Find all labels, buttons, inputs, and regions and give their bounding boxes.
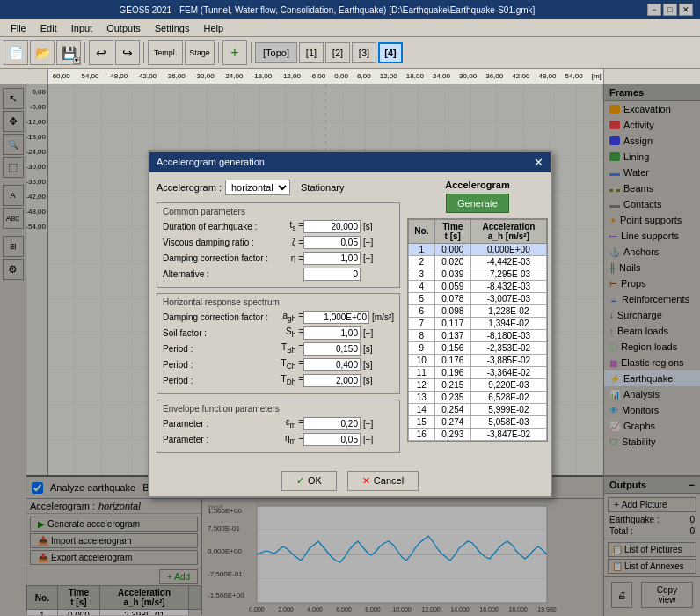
new-button[interactable]: 📄 <box>4 40 28 65</box>
horiz-spectrum-title: Horizontal response spectrum <box>163 297 394 307</box>
menu-file[interactable]: File <box>4 21 33 35</box>
stationary-label: Stationary <box>301 182 345 193</box>
dialog-table-row[interactable]: 150,2745,058E-03 <box>409 415 547 428</box>
period1-label: Period : <box>163 344 277 354</box>
dialog-table-row[interactable]: 100,176-3,885E-02 <box>409 354 547 366</box>
dialog-title-bar: Accelerogram generation ✕ <box>149 152 551 172</box>
dialog-accel-table: No. Time t [s] Acceleration a_h [m/s²] <box>408 219 547 441</box>
dialog-table-row[interactable]: 90,156-2,353E-02 <box>409 341 547 354</box>
dialog-title-text: Accelerogram generation <box>157 157 265 167</box>
correction-sym: η = <box>277 253 303 263</box>
param1-sym: εm = <box>277 417 303 429</box>
topo-label: [Topo] <box>255 42 297 63</box>
stage-4-button[interactable]: [4] <box>378 42 403 63</box>
damping-unit: [−] <box>363 238 373 247</box>
alternative-label: Alternative : <box>163 269 277 279</box>
menu-edit[interactable]: Edit <box>33 21 64 35</box>
maximize-button[interactable]: □ <box>663 4 677 16</box>
dialog-table-row[interactable]: 80,137-8,180E-03 <box>409 329 547 341</box>
param2-label: Parameter : <box>163 435 277 444</box>
damping-input[interactable] <box>303 236 361 249</box>
dialog-table-row[interactable]: 40,059-8,432E-03 <box>409 280 547 292</box>
menu-help[interactable]: Help <box>196 21 230 35</box>
period3-label: Period : <box>163 376 277 385</box>
dialog-table-row[interactable]: 10,0000,000E+00 <box>409 243 547 255</box>
open-button[interactable]: 📂 <box>30 40 55 65</box>
menu-input[interactable]: Input <box>64 21 99 35</box>
cancel-button[interactable]: ✕ Cancel <box>347 471 419 491</box>
dialog-table-row[interactable]: 50,078-3,007E-03 <box>409 292 547 304</box>
period1-sym: TBh = <box>277 342 303 355</box>
soil-input[interactable] <box>303 326 361 340</box>
duration-unit: [s] <box>363 222 373 231</box>
main-area: ↖ ✥ 🔍 ⬚ A ABC ⊞ ⚙ 0,00 -6,00 -12,00 -18,… <box>0 84 700 616</box>
dialog-table-row[interactable]: 120,2159,220E-03 <box>409 378 547 391</box>
period1-unit: [s] <box>363 344 373 354</box>
duration-sym: ts = <box>277 220 303 232</box>
close-button[interactable]: ✕ <box>679 4 693 16</box>
col-accel-header: Acceleration a_h [m/s²] <box>470 219 546 243</box>
accelerogram-dialog: Accelerogram generation ✕ Accelerogram :… <box>148 150 552 498</box>
toolbar: 📄 📂 💾 ▼ ↩ ↪ Templ. Stage + [Topo] [1] [2… <box>0 37 700 69</box>
duration-label: Duration of earthquake : <box>163 222 277 231</box>
undo-button[interactable]: ↩ <box>89 40 113 65</box>
param1-unit: [−] <box>363 419 373 429</box>
soil-unit: [−] <box>363 328 373 338</box>
damp-cf-label: Damping correction factor : <box>163 312 277 322</box>
correction-label: Damping correction factor : <box>163 253 277 263</box>
dialog-accel-select[interactable]: horizontal vertical <box>225 180 290 195</box>
soil-label: Soil factor : <box>163 328 277 338</box>
add-button[interactable]: + <box>222 40 247 65</box>
generate-button[interactable]: Generate <box>446 194 509 213</box>
dialog-table-row[interactable]: 110,196-3,364E-02 <box>409 366 547 378</box>
dialog-close-button[interactable]: ✕ <box>534 156 543 169</box>
period3-input[interactable] <box>303 374 361 387</box>
dialog-table-row[interactable]: 60,0981,228E-02 <box>409 304 547 317</box>
menu-outputs[interactable]: Outputs <box>99 21 148 35</box>
template-button[interactable]: Templ. <box>148 40 183 65</box>
period1-input[interactable] <box>303 342 361 356</box>
period2-sym: TCh = <box>277 358 303 370</box>
dialog-table-row[interactable]: 140,2545,999E-02 <box>409 403 547 415</box>
stage-2-button[interactable]: [2] <box>325 42 350 63</box>
envelope-title: Envelope function parameters <box>163 404 394 414</box>
period3-sym: TDh = <box>277 374 303 386</box>
param1-input[interactable] <box>303 417 361 430</box>
alternative-input[interactable] <box>303 268 361 281</box>
dialog-table-row[interactable]: 20,020-4,442E-03 <box>409 255 547 268</box>
param2-unit: [−] <box>363 435 373 444</box>
period3-unit: [s] <box>363 376 373 385</box>
correction-unit: [−] <box>363 253 373 263</box>
app-title: GEOS5 2021 - FEM (Tunnel, Water flow, Co… <box>7 5 647 15</box>
title-bar: GEOS5 2021 - FEM (Tunnel, Water flow, Co… <box>0 0 700 19</box>
correction-input[interactable] <box>303 252 361 265</box>
param2-sym: ηm = <box>277 433 303 445</box>
dialog-table-row[interactable]: 130,2356,528E-02 <box>409 391 547 403</box>
save-button[interactable]: 💾 ▼ <box>56 40 81 65</box>
dialog-table-title: Accelerogram <box>407 180 548 190</box>
period2-input[interactable] <box>303 358 361 371</box>
period2-unit: [s] <box>363 360 373 370</box>
minimize-button[interactable]: − <box>647 4 661 16</box>
col-time-header: Time t [s] <box>434 219 470 243</box>
dialog-table-row[interactable]: 30,039-7,295E-03 <box>409 268 547 280</box>
col-no-header: No. <box>409 219 435 243</box>
damping-label: Viscous damping ratio : <box>163 238 277 247</box>
stage-3-button[interactable]: [3] <box>352 42 376 63</box>
duration-input[interactable] <box>303 220 361 233</box>
redo-button[interactable]: ↪ <box>115 40 140 65</box>
ok-button[interactable]: ✓ OK <box>281 471 337 491</box>
window-controls: − □ ✕ <box>647 4 693 16</box>
damp-cf-input[interactable] <box>303 311 369 324</box>
param2-input[interactable] <box>303 433 361 446</box>
damp-cf-sym: agh = <box>277 311 303 323</box>
dialog-overlay: Accelerogram generation ✕ Accelerogram :… <box>0 84 700 616</box>
menu-bar: File Edit Input Outputs Settings Help <box>0 19 700 37</box>
dialog-table-row[interactable]: 70,1171,394E-02 <box>409 317 547 329</box>
dialog-table-row[interactable]: 160,293-3,847E-02 <box>409 428 547 440</box>
dialog-accel-label: Accelerogram : <box>157 182 222 193</box>
menu-settings[interactable]: Settings <box>148 21 197 35</box>
stage-1-button[interactable]: [1] <box>299 42 324 63</box>
period2-label: Period : <box>163 360 277 370</box>
stage-button[interactable]: Stage <box>185 40 215 65</box>
